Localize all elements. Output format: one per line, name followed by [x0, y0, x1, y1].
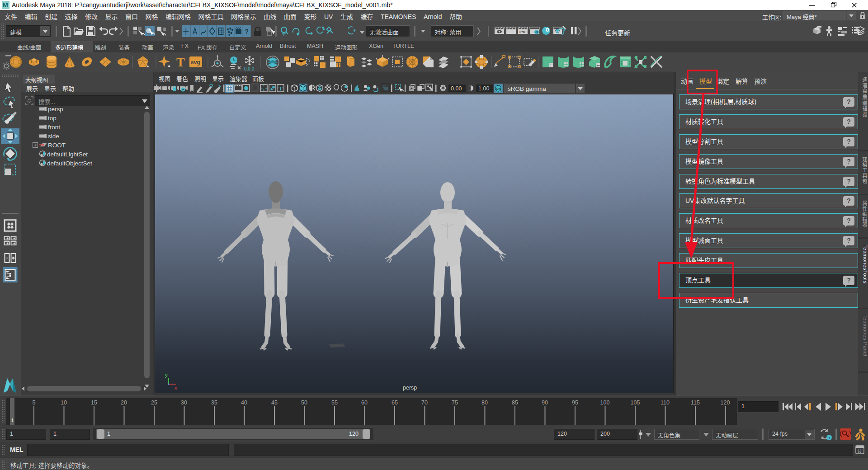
svg-text:95: 95: [572, 400, 578, 406]
svg-text:IPR: IPR: [519, 30, 526, 34]
svg-text:defaultObjectSet: defaultObjectSet: [47, 160, 92, 167]
svg-text:90: 90: [542, 400, 548, 406]
svg-text:100: 100: [600, 400, 610, 406]
svg-text:side: side: [48, 133, 59, 140]
svg-text:10: 10: [61, 400, 67, 406]
svg-text:115: 115: [691, 400, 700, 406]
svg-text:40: 40: [241, 400, 247, 406]
svg-text:persp: persp: [48, 106, 63, 113]
svg-text:5: 5: [33, 400, 36, 406]
svg-text:80: 80: [481, 400, 488, 406]
svg-text:1.00: 1.00: [478, 85, 489, 92]
svg-text:15: 15: [91, 400, 97, 406]
svg-text:120: 120: [721, 400, 730, 406]
svg-text:{;}: {;}: [858, 448, 862, 453]
svg-text:105: 105: [631, 400, 640, 406]
svg-text:25: 25: [151, 400, 157, 406]
svg-text:110: 110: [660, 400, 670, 406]
svg-text:x: x: [175, 385, 177, 390]
svg-text:front: front: [48, 124, 60, 131]
svg-text:ON: ON: [496, 87, 501, 91]
svg-text:20: 20: [121, 400, 127, 406]
svg-text:75: 75: [452, 400, 458, 406]
svg-text:defaultLightSet: defaultLightSet: [47, 151, 88, 158]
svg-text:35: 35: [211, 400, 217, 406]
svg-text:top: top: [48, 115, 57, 122]
svg-text:70: 70: [421, 400, 428, 406]
svg-text:T: T: [278, 85, 283, 92]
svg-text:60: 60: [361, 400, 368, 406]
svg-text:45: 45: [271, 400, 278, 406]
svg-text:sRGB gamma: sRGB gamma: [508, 85, 546, 92]
svg-text:30: 30: [181, 400, 187, 406]
svg-text:0,0,0: 0,0,0: [244, 66, 255, 71]
svg-text:1: 1: [828, 436, 830, 440]
svg-text:65: 65: [392, 400, 398, 406]
svg-text:ROOT: ROOT: [48, 142, 66, 149]
svg-text:persp: persp: [403, 385, 417, 391]
svg-text:y: y: [165, 372, 168, 378]
svg-text:T: T: [176, 55, 185, 69]
svg-text:0.00: 0.00: [451, 85, 462, 92]
svg-text:50: 50: [301, 400, 307, 406]
svg-text:85: 85: [512, 400, 518, 406]
svg-text:55: 55: [331, 400, 338, 406]
svg-text:svg: svg: [191, 59, 200, 66]
svg-text:?: ?: [245, 27, 249, 36]
